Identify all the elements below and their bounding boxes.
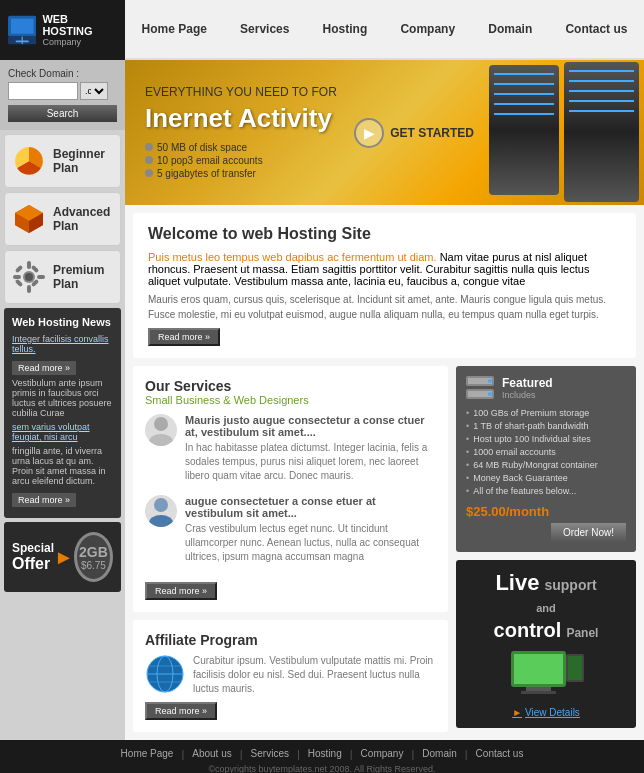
offer-text: Special Offer <box>12 541 54 573</box>
news-section: Web Hosting News Integer facilisis conva… <box>4 308 121 518</box>
footer-link-contact-us[interactable]: Contact us <box>476 748 524 760</box>
service-title-1: Mauris justo augue consectetur a conse c… <box>185 414 436 438</box>
offer-circle: 2GB $6.75 <box>74 532 113 582</box>
control-label: control <box>494 619 562 641</box>
plan-item-premium[interactable]: Premium Plan <box>4 250 121 304</box>
feat-text: 100 GBs of Premium storage <box>473 408 589 418</box>
feat-text: Host upto 100 Individual sites <box>473 434 591 444</box>
nav-item-hosting[interactable]: Hosting <box>315 18 376 40</box>
welcome-read-more[interactable]: Read more » <box>148 328 220 346</box>
check-domain-section: Check Domain : .com.net.org Search <box>0 60 125 130</box>
footer-link-domain[interactable]: Domain <box>422 748 456 760</box>
featured-item: •64 MB Ruby/Mongrat container <box>466 460 626 470</box>
footer-link-services[interactable]: Services <box>251 748 289 760</box>
footer-divider: | <box>465 748 468 760</box>
featured-item: •All of the features below... <box>466 486 626 496</box>
view-details-link[interactable]: ► View Details <box>466 707 626 718</box>
get-started-label: GET STARTED <box>390 126 474 140</box>
featured-items-list: •100 GBs of Premium storage•1 TB of shar… <box>466 408 626 496</box>
svg-point-11 <box>25 273 33 281</box>
svg-rect-4 <box>16 40 29 42</box>
content-area: EVERYTHING YOU NEED TO FOR Inernet Activ… <box>125 60 644 740</box>
plan-item-beginner[interactable]: Beginner Plan <box>4 134 121 188</box>
nav-item-domain[interactable]: Domain <box>480 18 540 40</box>
news-item-1: Integer facilisis convallis tellus. <box>12 334 113 354</box>
news-item-4: fringilla ante, id viverra urna lacus at… <box>12 446 113 486</box>
hero-feature-1: 50 MB of disk space <box>145 142 337 153</box>
hero-feature-2: 10 pop3 email accounts <box>145 155 337 166</box>
header: WEB HOSTING Company Home PageServicesHos… <box>0 0 644 60</box>
svg-point-34 <box>488 392 492 396</box>
offer-word-label: Offer <box>12 555 54 573</box>
affiliate-title: Affiliate Program <box>145 632 436 648</box>
hero-title: Inernet Activity <box>145 103 337 134</box>
affiliate-read-more[interactable]: Read more » <box>145 702 217 720</box>
footer-divider: | <box>350 748 353 760</box>
feat-bullet: • <box>466 447 469 457</box>
featured-server-icon <box>466 376 496 400</box>
feat-bullet: • <box>466 486 469 496</box>
svg-point-22 <box>154 498 168 512</box>
footer-link-home-page[interactable]: Home Page <box>121 748 174 760</box>
service-avatar-1 <box>145 414 177 446</box>
panel-computer-icon <box>506 649 586 699</box>
domain-ext-select[interactable]: .com.net.org <box>80 82 108 100</box>
svg-rect-38 <box>521 691 556 694</box>
plan-label-premium: Premium Plan <box>53 263 114 291</box>
feat-bullet: • <box>466 421 469 431</box>
gear-icon <box>11 259 47 295</box>
footer-link-hosting[interactable]: Hosting <box>308 748 342 760</box>
hero-features: 50 MB of disk space 10 pop3 email accoun… <box>145 142 337 179</box>
get-started: ▶ GET STARTED <box>354 118 474 148</box>
check-domain-label: Check Domain : <box>8 68 117 79</box>
hero-text: EVERYTHING YOU NEED TO FOR Inernet Activ… <box>145 85 337 181</box>
affiliate-body: Curabitur ipsum. Vestibulum vulputate ma… <box>193 654 436 696</box>
plan-item-advanced[interactable]: Advanced Plan <box>4 192 121 246</box>
svg-rect-37 <box>526 687 551 691</box>
svg-rect-1 <box>11 19 34 34</box>
sidebar: Check Domain : .com.net.org Search Begin… <box>0 60 125 740</box>
footer-copyright: ©copyrights buytemplates.net 2008. All R… <box>8 764 636 773</box>
bullet-3 <box>145 169 153 177</box>
feat-bullet: • <box>466 473 469 483</box>
news-read-more-1[interactable]: Read more » <box>12 361 76 375</box>
offer-gb-value: 2GB <box>79 544 108 560</box>
news-link-1[interactable]: Integer facilisis convallis tellus. <box>12 334 109 354</box>
footer-link-company[interactable]: Company <box>361 748 404 760</box>
main-layout: Check Domain : .com.net.org Search Begin… <box>0 60 644 740</box>
nav-item-services[interactable]: Services <box>232 18 297 40</box>
nav-item-contact-us[interactable]: Contact us <box>557 18 635 40</box>
main-nav: Home PageServicesHostingCompanyDomainCon… <box>125 0 644 60</box>
feat-text: Money Back Guarantee <box>473 473 568 483</box>
services-subtitle: Small Business & Web Designers <box>145 394 436 406</box>
svg-point-21 <box>149 434 173 446</box>
nav-item-home-page[interactable]: Home Page <box>134 18 215 40</box>
welcome-highlight: Puis metus leo tempus web dapibus ac fer… <box>148 251 437 263</box>
hero-banner: EVERYTHING YOU NEED TO FOR Inernet Activ… <box>125 60 644 205</box>
domain-row: .com.net.org <box>8 82 117 100</box>
footer-link-about-us[interactable]: About us <box>192 748 231 760</box>
server-right <box>564 62 639 202</box>
offer-arrow-icon: ► <box>54 546 74 569</box>
server-left <box>489 65 559 195</box>
domain-input[interactable] <box>8 82 78 100</box>
get-started-button[interactable]: ▶ GET STARTED <box>354 118 474 148</box>
order-now-button[interactable]: Order Now! <box>551 523 626 542</box>
nav-item-company[interactable]: Company <box>392 18 463 40</box>
welcome-body-1: Puis metus leo tempus web dapibus ac fer… <box>148 251 621 287</box>
footer-divider: | <box>297 748 300 760</box>
services-read-more[interactable]: Read more » <box>145 582 217 600</box>
services-box: Our Services Small Business & Web Design… <box>133 366 448 612</box>
feat-bullet: • <box>466 434 469 444</box>
search-button[interactable]: Search <box>8 105 117 122</box>
featured-subtitle: Includes <box>502 390 553 400</box>
feat-bullet: • <box>466 408 469 418</box>
featured-price: $25.00/month <box>466 504 626 519</box>
svg-rect-16 <box>15 265 23 273</box>
news-read-more-2[interactable]: Read more » <box>12 493 76 507</box>
news-link-3[interactable]: sem varius volutpat feugiat, nisi arcu <box>12 422 90 442</box>
and-label: and <box>536 602 556 614</box>
service-item-2: augue consectetuer a conse etuer at vest… <box>145 495 436 564</box>
footer-nav: Home Page|About us|Services|Hosting|Comp… <box>8 748 636 760</box>
footer: Home Page|About us|Services|Hosting|Comp… <box>0 740 644 773</box>
